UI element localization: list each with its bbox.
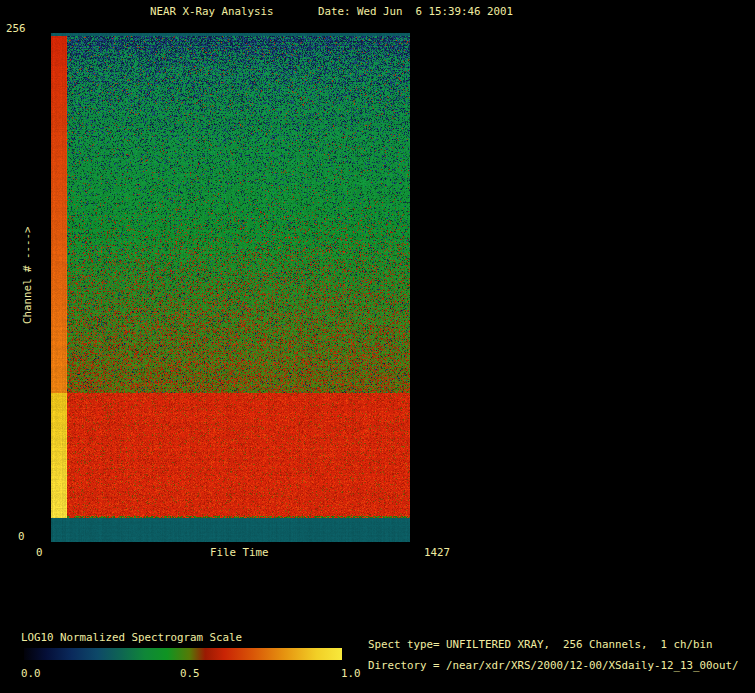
directory-label: Directory = /near/xdr/XRS/2000/12-00/XSd… bbox=[368, 659, 739, 672]
x-axis-title: File Time bbox=[210, 546, 269, 559]
colorbar-tick-0: 0.0 bbox=[21, 667, 41, 680]
colorbar-gradient bbox=[24, 648, 342, 660]
y-axis-title: Channel # ----> bbox=[21, 226, 34, 324]
spect-type-label: Spect type= UNFILTERED XRAY, 256 Channel… bbox=[368, 638, 713, 651]
y-axis-max-label: 256 bbox=[6, 22, 26, 35]
colorbar-tick-1: 0.5 bbox=[180, 667, 200, 680]
y-axis-min-label: 0 bbox=[18, 530, 25, 543]
spectrogram-image bbox=[51, 33, 410, 542]
x-axis-min-label: 0 bbox=[36, 546, 43, 559]
page-title: NEAR X-Ray Analysis bbox=[150, 5, 274, 18]
near-xray-analysis-window: NEAR X-Ray Analysis Date: Wed Jun 6 15:3… bbox=[0, 0, 755, 693]
colorbar-title: LOG10 Normalized Spectrogram Scale bbox=[21, 631, 242, 644]
x-axis-max-label: 1427 bbox=[424, 546, 450, 559]
date-label: Date: Wed Jun 6 15:39:46 2001 bbox=[318, 5, 513, 18]
colorbar-tick-2: 1.0 bbox=[341, 667, 361, 680]
